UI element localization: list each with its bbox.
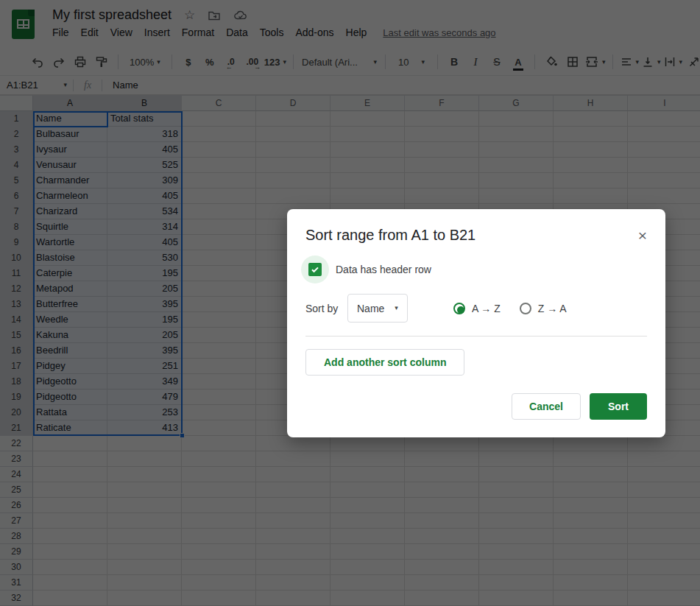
radio-option-za[interactable]: Z → A	[520, 303, 567, 314]
header-row-checkbox-row: Data has header row	[301, 256, 647, 283]
radio-az-label: A → Z	[472, 303, 501, 314]
checkbox-label[interactable]: Data has header row	[336, 264, 431, 275]
chevron-down-icon: ▾	[395, 305, 398, 311]
sort-criteria-row: Sort by Name ▾ A → Z Z → A	[305, 294, 647, 323]
dialog-footer: Cancel Sort	[305, 393, 647, 420]
dialog-header: Sort range from A1 to B21 ×	[305, 227, 647, 244]
sort-by-label: Sort by	[305, 303, 340, 314]
radio-za-label: Z → A	[538, 303, 567, 314]
dialog-title: Sort range from A1 to B21	[305, 227, 475, 244]
sort-order-radio-group: A → Z Z → A	[453, 303, 567, 314]
close-icon[interactable]: ×	[638, 228, 647, 243]
radio-az-icon[interactable]	[453, 303, 465, 314]
add-sort-column-button[interactable]: Add another sort column	[305, 349, 464, 376]
dialog-divider	[305, 336, 647, 337]
sort-key-dropdown[interactable]: Name ▾	[347, 294, 408, 323]
check-icon	[311, 265, 319, 274]
checkbox-halo	[301, 256, 329, 283]
radio-za-icon[interactable]	[520, 303, 531, 314]
header-row-checkbox[interactable]	[308, 263, 322, 276]
cancel-button[interactable]: Cancel	[512, 393, 581, 420]
sort-button[interactable]: Sort	[590, 393, 647, 420]
radio-option-az[interactable]: A → Z	[453, 303, 501, 314]
sort-range-dialog: Sort range from A1 to B21 × Data has hea…	[287, 209, 665, 437]
